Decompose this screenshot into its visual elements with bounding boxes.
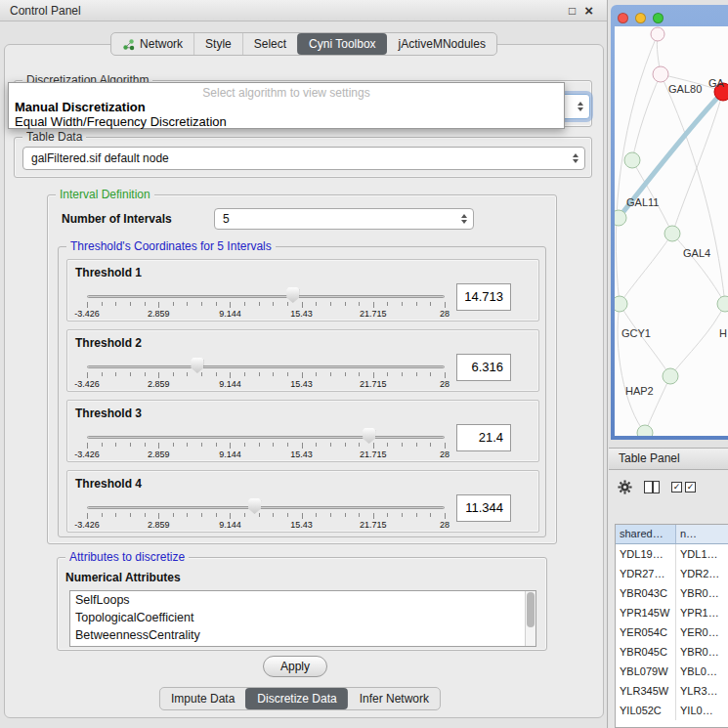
network-node[interactable] <box>653 66 668 82</box>
table-row[interactable]: YBR045CYBR0… <box>616 642 728 662</box>
network-edge[interactable] <box>632 74 661 160</box>
table-data-combo[interactable]: galFiltered.sif default node <box>22 147 585 170</box>
table-cell[interactable]: YLR3… <box>676 681 728 701</box>
threshold-slider[interactable]: -3.4262.8599.14415.4321.71528 <box>87 498 445 532</box>
network-node[interactable] <box>615 210 626 226</box>
network-canvas[interactable]: GAL80GAGAL11GAL4GCY1HHAP2 <box>615 26 728 436</box>
float-window-icon[interactable]: □ <box>569 2 576 20</box>
table-cell[interactable]: YDL1… <box>676 544 728 564</box>
threshold-slider[interactable]: -3.4262.8599.14415.4321.71528 <box>87 428 445 461</box>
table-row[interactable]: YLR345WYLR3… <box>616 681 728 701</box>
checkbox-icon[interactable] <box>685 482 696 492</box>
column-selector-icon[interactable] <box>644 481 660 493</box>
slider-thumb[interactable] <box>286 287 299 303</box>
slider-thumb[interactable] <box>191 358 203 373</box>
scrollbar[interactable] <box>525 591 535 646</box>
tab-infer-network[interactable]: Infer Network <box>348 688 440 709</box>
scrollbar-thumb[interactable] <box>527 592 535 627</box>
network-edge[interactable] <box>661 74 725 304</box>
table-cell[interactable]: YBR0… <box>676 642 728 662</box>
threshold-value-field[interactable]: 14.713 <box>456 283 511 311</box>
column-header-name[interactable]: n… <box>676 525 728 543</box>
table-row[interactable]: YER054CYER0… <box>616 622 728 642</box>
tab-jactivemnodules[interactable]: jActiveMNodules <box>387 33 496 55</box>
network-node[interactable] <box>615 296 627 312</box>
apply-button[interactable]: Apply <box>263 656 327 677</box>
tab-impute-data[interactable]: Impute Data <box>160 688 245 709</box>
network-edge[interactable] <box>618 304 645 433</box>
minimize-traffic-light-icon[interactable] <box>635 13 646 23</box>
table-cell[interactable]: YDR27… <box>616 564 676 583</box>
network-edge[interactable] <box>620 234 672 304</box>
threshold-slider[interactable]: -3.4262.8599.14415.4321.71528 <box>87 358 445 391</box>
checkbox-icon[interactable] <box>671 482 682 492</box>
attribute-list-item[interactable]: TopologicalCoefficient <box>70 609 535 626</box>
table-cell[interactable]: YPR145W <box>616 603 676 622</box>
combo-stepper-icon[interactable] <box>574 98 586 115</box>
tab-style[interactable]: Style <box>193 33 242 55</box>
threshold-value-field[interactable]: 11.344 <box>456 494 511 522</box>
slider-tick <box>387 302 388 306</box>
network-node[interactable] <box>624 152 640 168</box>
table-cell[interactable]: YDL19… <box>616 544 676 564</box>
tab-network[interactable]: Network <box>111 33 193 55</box>
network-edge[interactable] <box>672 92 723 234</box>
network-node[interactable] <box>717 296 728 312</box>
network-edge[interactable] <box>620 304 670 376</box>
network-node[interactable] <box>637 425 653 436</box>
table-cell[interactable]: YER054C <box>616 622 676 642</box>
network-edge[interactable] <box>672 234 725 304</box>
close-window-icon[interactable]: × <box>584 2 593 20</box>
table-cell[interactable]: YPR1… <box>676 603 728 622</box>
threshold-row: Threshold 2-3.4262.8599.14415.4321.71528… <box>66 329 539 392</box>
network-node-label: H <box>719 327 727 339</box>
combo-stepper-icon[interactable] <box>569 150 581 167</box>
slider-thumb[interactable] <box>248 498 261 514</box>
threshold-value-field[interactable]: 21.4 <box>456 424 511 451</box>
attribute-list-item[interactable]: BetweennessCentrality <box>70 626 535 644</box>
network-node[interactable] <box>651 27 664 41</box>
algorithm-option-equal-width[interactable]: Equal Width/Frequency Discretization <box>9 114 564 129</box>
combo-stepper-icon[interactable] <box>457 210 470 228</box>
slider-tick-label: 2.859 <box>148 450 170 459</box>
tab-select[interactable]: Select <box>242 33 297 55</box>
tab-cyni-toolbox[interactable]: Cyni Toolbox <box>297 33 386 55</box>
network-node[interactable] <box>664 226 680 241</box>
close-traffic-light-icon[interactable] <box>618 13 628 23</box>
network-edge[interactable] <box>670 304 725 376</box>
table-row[interactable]: YBL079WYBL0… <box>616 662 728 681</box>
slider-tick <box>115 302 116 306</box>
table-row[interactable]: YDR27…YDR2… <box>616 564 728 583</box>
table-cell[interactable]: YER0… <box>676 622 728 642</box>
slider-track[interactable] <box>87 436 445 439</box>
slider-track[interactable] <box>87 365 445 368</box>
number-of-intervals-combo[interactable]: 5 <box>214 208 474 230</box>
table-cell[interactable]: YIL052C <box>616 701 676 720</box>
table-cell[interactable]: YBL079W <box>616 662 676 681</box>
threshold-value-field[interactable]: 6.316 <box>456 354 511 381</box>
table-row[interactable]: YIL052CYIL0… <box>616 701 728 720</box>
column-header-shared-name[interactable]: shared… <box>616 525 676 543</box>
slider-thumb[interactable] <box>363 428 375 444</box>
attribute-list-item[interactable]: SelfLoops <box>70 591 535 609</box>
slider-tick <box>302 372 303 378</box>
table-cell[interactable]: YBR0… <box>676 583 728 603</box>
table-cell[interactable]: YBR043C <box>616 583 676 603</box>
zoom-traffic-light-icon[interactable] <box>653 13 664 23</box>
table-row[interactable]: YBR043CYBR0… <box>616 583 728 603</box>
table-cell[interactable]: YLR345W <box>616 681 676 701</box>
table-cell[interactable]: YIL0… <box>676 701 728 720</box>
table-row[interactable]: YDL19…YDL1… <box>616 544 728 564</box>
table-cell[interactable]: YBL0… <box>676 662 728 681</box>
settings-gear-icon[interactable] <box>618 480 632 494</box>
table-cell[interactable]: YDR2… <box>676 564 728 583</box>
tab-discretize-data[interactable]: Discretize Data <box>245 688 347 709</box>
slider-track[interactable] <box>87 295 445 298</box>
slider-tick <box>445 302 446 308</box>
table-row[interactable]: YPR145WYPR1… <box>616 603 728 622</box>
threshold-slider[interactable]: -3.4262.8599.14415.4321.71528 <box>87 287 445 321</box>
algorithm-option-manual[interactable]: Manual Discretization <box>9 100 564 114</box>
table-cell[interactable]: YBR045C <box>616 642 676 662</box>
slider-track[interactable] <box>87 506 445 509</box>
network-node[interactable] <box>663 368 678 384</box>
